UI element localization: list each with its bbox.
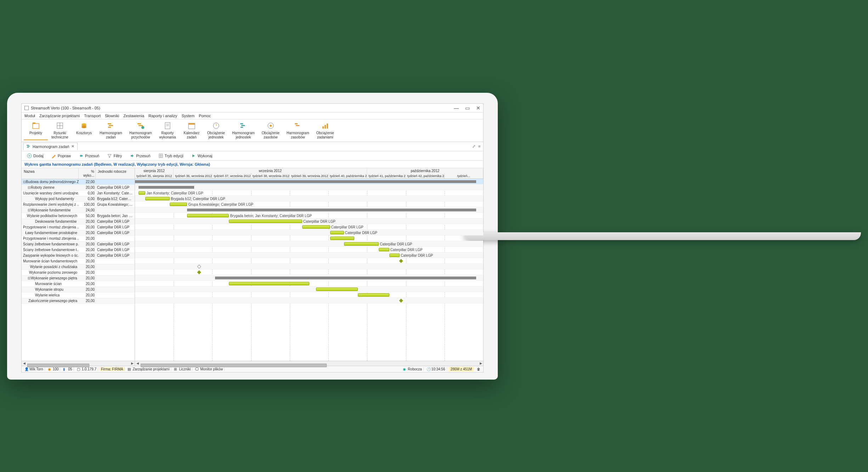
task-row[interactable]: Zakończenie pierwszego piętra20,00 [22, 298, 135, 304]
collapse-icon[interactable]: ⊟ [27, 208, 31, 212]
toolbar-play-button[interactable]: Wykonaj [188, 152, 215, 159]
task-row[interactable]: ⊟Wykonanie pierwszego piętra20,00 [22, 275, 135, 281]
toolbar-plus-button[interactable]: Dodaj [24, 152, 47, 159]
scroll-right-icon[interactable]: ▶ [478, 362, 483, 365]
task-row[interactable]: Murowanie ścian fundamentowych20,00 [22, 258, 135, 264]
menu-pomoc[interactable]: Pomoc [199, 114, 211, 118]
toolbar-grid-button[interactable]: Tryb edycji [155, 152, 187, 159]
menu-s-owniki[interactable]: Słowniki [105, 114, 119, 118]
task-row[interactable]: Ściany żelbetowe fundamentowe p...20,00C… [22, 241, 135, 247]
task-bar[interactable]: Brygada b12; Caterpillar D6R LGP [145, 197, 170, 200]
task-row[interactable]: ⊟Roboty ziemne20,00Caterpillar D6R LGP [22, 185, 135, 190]
summary-bar[interactable] [135, 180, 476, 183]
trash-icon[interactable]: 🗑 [477, 367, 480, 371]
collapse-icon[interactable]: ⊟ [27, 276, 31, 280]
col-unit-header[interactable]: Jednostki robocze [96, 168, 135, 179]
ribbon-sched2[interactable]: Harmonogramzasobów [283, 121, 313, 140]
task-row[interactable]: Przygotowanie i montaż zbrojenia ...20,0… [22, 224, 135, 230]
task-bar[interactable] [316, 288, 358, 291]
task-row[interactable]: Zasypanie wykopów liniowych o śc...20,00… [22, 253, 135, 258]
task-bar[interactable]: Jan Konstanty; Caterpillar D6R LGP [139, 191, 146, 195]
menu-raporty-i-analizy[interactable]: Raporty i analizy [148, 114, 177, 118]
task-row[interactable]: Wykonanie poziomu zerowego20,00 [22, 270, 135, 275]
task-table-header: Nazwa % wyko... Jednostki robocze [22, 168, 135, 179]
col-pct-header[interactable]: % wyko... [79, 168, 96, 179]
milestone[interactable] [197, 270, 201, 274]
task-bar[interactable]: Caterpillar D6R LGP [344, 242, 379, 246]
menu-zarz-dzanie-projektami[interactable]: Zarządzanie projektami [39, 114, 80, 118]
close-button[interactable]: ✕ [476, 105, 480, 111]
ribbon-load2[interactable]: Obciążeniezasobów [258, 121, 283, 140]
milestone[interactable] [399, 259, 403, 263]
task-row[interactable]: Wylanie posadzki z chudziaka20,00 [22, 264, 135, 270]
task-row[interactable]: Ściany żelbetowe fundamentowe ł...20,00C… [22, 247, 135, 253]
toolbar-move2-button[interactable]: Przesuń [126, 152, 153, 159]
bar-label: Caterpillar D6R LGP [399, 254, 433, 257]
user-icon: 👤 [24, 367, 28, 371]
toolbar-pencil-button[interactable]: Popraw [48, 152, 74, 159]
task-bar[interactable]: Caterpillar D6R LGP [302, 225, 330, 229]
menu-zestawienia[interactable]: Zestawienia [123, 114, 144, 118]
collapse-icon[interactable]: ⊟ [27, 186, 31, 189]
status-monitor-button[interactable]: 🖵Monitor plików [194, 367, 225, 371]
collapse-icon[interactable]: ⊟ [23, 180, 26, 184]
task-row[interactable]: Rozplanowanie ziemi wydobytej z ...100,0… [22, 202, 135, 207]
gantt-row: Caterpillar D6R LGP [135, 247, 483, 252]
task-bar[interactable]: Brygada beton; Jan Konstanty; Caterpilla… [187, 214, 229, 217]
task-bar[interactable] [330, 237, 355, 240]
task-row[interactable]: Wykopy pod fundamenty0,00Brygada b12; Ca… [22, 196, 135, 202]
task-row[interactable]: Wylanie podkładów betonowych50,00Brygada… [22, 213, 135, 219]
scroll-left-icon[interactable]: ◀ [22, 362, 27, 365]
milestone[interactable] [197, 265, 201, 268]
task-bar[interactable] [358, 293, 389, 297]
ribbon-load3[interactable]: Obciążeniezadaniami [313, 121, 338, 140]
status-counters-button[interactable]: ⊞Liczniki [173, 367, 192, 371]
task-row[interactable]: Wylanie wieńca20,00 [22, 292, 135, 298]
task-bar[interactable]: Caterpillar D6R LGP [379, 248, 389, 251]
gantt-body[interactable]: Jan Konstanty; Caterpillar D6R LGPBrygad… [135, 179, 483, 361]
ribbon-coins[interactable]: Kosztorys [72, 121, 96, 140]
minimize-button[interactable]: — [454, 105, 459, 111]
task-bar[interactable]: Caterpillar D6R LGP [330, 231, 344, 234]
scroll-right-icon[interactable]: ▶ [130, 362, 135, 365]
task-row[interactable]: Wykonanie stropu20,00 [22, 287, 135, 292]
scroll-left-icon[interactable]: ◀ [135, 362, 140, 365]
ribbon-projects[interactable]: Projekty [24, 121, 48, 140]
maximize-button[interactable]: ▭ [465, 105, 470, 111]
menu-system[interactable]: System [181, 114, 195, 118]
summary-bar[interactable] [215, 277, 476, 279]
tab-gantt-icon [26, 144, 30, 149]
menu-transport[interactable]: Transport [84, 114, 101, 118]
toolbar-move-button[interactable]: Przesuń [75, 152, 102, 159]
col-name-header[interactable]: Nazwa [22, 168, 79, 179]
task-bar[interactable]: Caterpillar D6R LGP [389, 254, 400, 257]
ribbon-drawings[interactable]: Rysunkitechniczne [48, 121, 72, 140]
task-row[interactable]: ⊟Wykonanie fundamentów24,00 [22, 207, 135, 213]
week-header: tydzień 35, sierpnia 2012 [135, 174, 174, 178]
ribbon-gantt2[interactable]: Harmonogramprzychodów [126, 121, 156, 140]
task-row[interactable]: ⊟Budowa domu jednorodzinnego Z...22,00 [22, 179, 135, 185]
tab-close-icon[interactable]: ✕ [71, 144, 74, 149]
ribbon-sched[interactable]: Harmonogramjednostek [229, 121, 258, 140]
tab-expand-icon[interactable]: ⤢ [471, 143, 477, 149]
task-row[interactable]: Ławy fundamentowe prostokątne20,00Caterp… [22, 230, 135, 236]
task-row[interactable]: Deskowanie fundamentów20,00Caterpillar D… [22, 219, 135, 224]
summary-bar[interactable] [187, 209, 476, 211]
tab-harmonogram[interactable]: Harmonogram zadań ✕ [23, 143, 78, 150]
tab-menu-icon[interactable]: ≡ [477, 143, 482, 149]
task-row[interactable]: Usunięcie warstwy ziemi urodzajne...0,00… [22, 190, 135, 196]
summary-bar[interactable] [139, 186, 194, 189]
ribbon-report[interactable]: Raportywykonania [156, 121, 180, 140]
task-bar[interactable]: Grupa Kowalskiego; Caterpillar D6R LGP [170, 203, 187, 206]
task-bar[interactable] [229, 282, 309, 285]
menu-modu-[interactable]: Moduł [24, 114, 35, 118]
milestone[interactable] [399, 298, 403, 302]
task-row[interactable]: Przygotowanie i montaż zbrojenia ...20,0… [22, 236, 135, 241]
bar-label: Caterpillar D6R LGP [344, 231, 377, 235]
ribbon-gantt[interactable]: Harmonogramzadań [96, 121, 126, 140]
task-bar[interactable]: Caterpillar D6R LGP [229, 220, 302, 223]
toolbar-funnel-button[interactable]: Filtry [104, 152, 125, 159]
ribbon-load[interactable]: Obciążeniejednostek [204, 121, 229, 140]
ribbon-calendar[interactable]: Kalendarzzadań [180, 121, 204, 140]
task-row[interactable]: Murowanie ścian20,00 [22, 281, 135, 287]
